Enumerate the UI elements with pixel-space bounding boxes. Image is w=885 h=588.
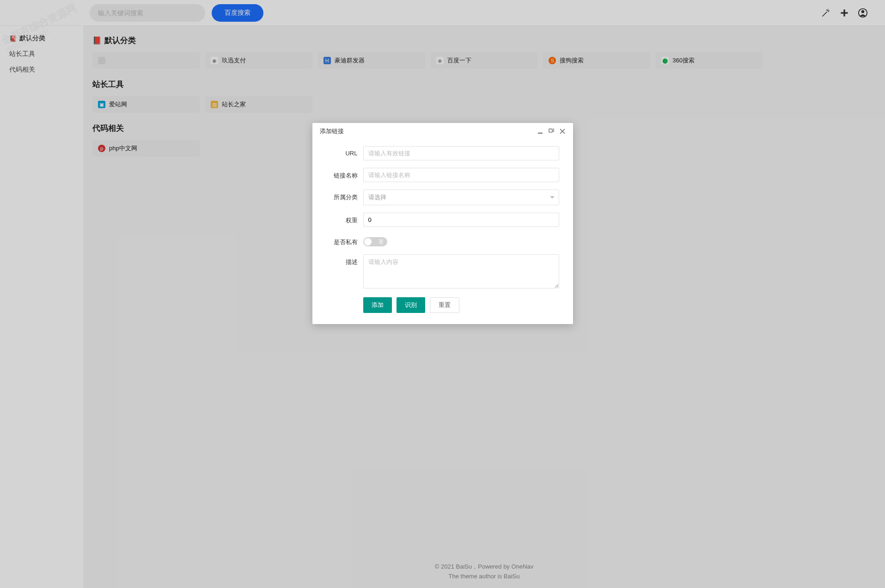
modal-header: 添加链接 [312, 123, 573, 140]
svg-rect-5 [549, 129, 552, 132]
form-row-desc: 描述 [326, 254, 559, 290]
minimize-icon[interactable] [535, 126, 545, 136]
form-row-name: 链接名称 [326, 168, 559, 182]
add-button[interactable]: 添加 [363, 297, 392, 313]
private-toggle[interactable]: 否 [363, 237, 387, 246]
toggle-knob [364, 238, 372, 245]
modal-title: 添加链接 [320, 127, 534, 135]
modal-body: URL 链接名称 所属分类 请选择 权重 是否私有 [312, 140, 573, 324]
form-row-private: 是否私有 否 [326, 234, 559, 247]
desc-label: 描述 [326, 254, 363, 266]
url-input[interactable] [363, 146, 559, 160]
close-icon[interactable] [557, 126, 568, 136]
identify-button[interactable]: 识别 [397, 297, 425, 313]
reset-button[interactable]: 重置 [430, 297, 459, 313]
form-row-weight: 权重 [326, 213, 559, 227]
weight-label: 权重 [326, 213, 363, 225]
form-row-category: 所属分类 请选择 [326, 190, 559, 205]
private-label: 是否私有 [326, 234, 363, 246]
form-row-url: URL [326, 146, 559, 160]
chevron-down-icon [550, 196, 555, 199]
svg-rect-4 [538, 133, 543, 134]
name-label: 链接名称 [326, 168, 363, 180]
url-label: URL [326, 146, 363, 157]
form-actions: 添加 识别 重置 [326, 297, 559, 313]
add-link-modal: 添加链接 URL 链接名称 所属分类 请选择 [312, 123, 573, 324]
category-select[interactable]: 请选择 [363, 190, 559, 205]
desc-textarea[interactable] [363, 254, 559, 288]
toggle-text: 否 [378, 239, 384, 245]
weight-input[interactable] [363, 213, 559, 227]
category-label: 所属分类 [326, 190, 363, 202]
name-input[interactable] [363, 168, 559, 182]
maximize-icon[interactable] [546, 126, 556, 136]
